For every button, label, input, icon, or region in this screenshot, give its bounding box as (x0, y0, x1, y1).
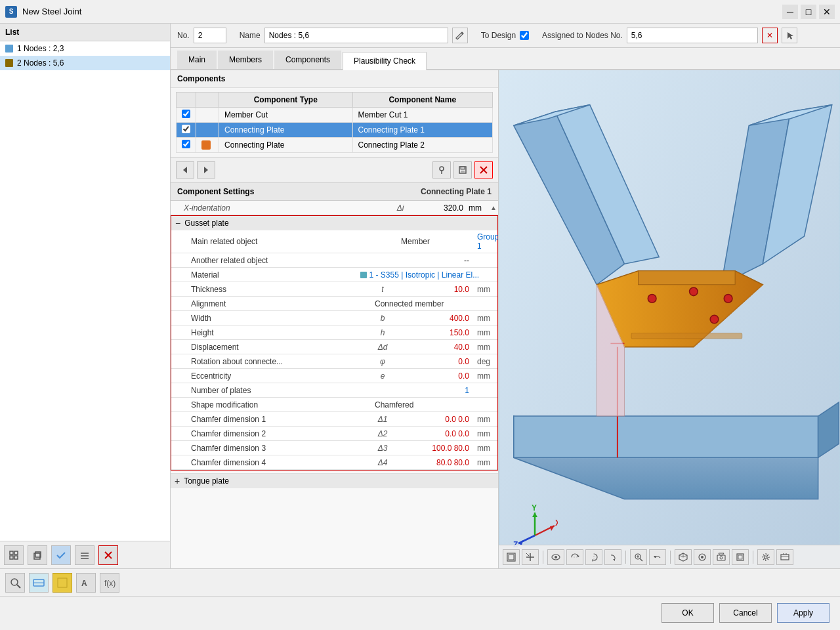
row-main-related-label: Main related object (171, 235, 369, 248)
x-indentation-scroll: ▲ (489, 204, 498, 211)
next-button[interactable] (197, 161, 215, 178)
vp-btn-select[interactable] (503, 549, 520, 565)
settings-row[interactable]: Alignment Connected member (171, 297, 497, 311)
toolbar-btn-3[interactable] (51, 545, 71, 565)
edit-button[interactable] (452, 28, 468, 43)
row2-checkbox[interactable] (182, 125, 190, 133)
component-table: Component Type Component Name Member Cut… (176, 92, 493, 153)
settings-row[interactable]: Eccentricity e 0.0 mm (171, 369, 497, 383)
settings-row[interactable]: Width b 400.0 mm (171, 311, 497, 326)
row-eccentricity-unit: mm (474, 369, 497, 383)
tab-members[interactable]: Members (218, 51, 273, 69)
row2-check[interactable] (177, 123, 196, 138)
prev-button[interactable] (176, 161, 194, 178)
vp-btn-info[interactable] (776, 549, 793, 565)
settings-row[interactable]: Thickness t 10.0 mm (171, 282, 497, 297)
tab-plausibility[interactable]: Plausibility Check (343, 52, 427, 70)
vp-btn-frame[interactable] (732, 549, 749, 565)
settings-row[interactable]: Height h 150.0 mm (171, 326, 497, 340)
table-row[interactable]: Connecting Plate Connecting Plate 2 (177, 138, 493, 153)
vp-btn-eye[interactable] (547, 549, 564, 565)
list-item-2[interactable]: 2 Nodes : 5,6 (0, 56, 170, 70)
vp-btn-render[interactable] (694, 549, 711, 565)
row1-check[interactable] (177, 108, 196, 123)
settings-row[interactable]: Chamfer dimension 4 Δ4 80.0 80.0 mm (171, 455, 497, 470)
list-item-1[interactable]: 1 Nodes : 2,3 (0, 41, 170, 56)
pin-button[interactable] (432, 161, 451, 178)
settings-row[interactable]: Rotation about connecte... φ 0.0 deg (171, 354, 497, 369)
row1-checkbox[interactable] (182, 110, 190, 118)
toolbar-btn-1[interactable] (4, 545, 24, 565)
row-displacement-unit: mm (474, 341, 497, 354)
svg-marker-54 (532, 513, 537, 517)
undo-icon (653, 553, 662, 562)
row-another-related-label: Another related object (171, 254, 369, 267)
settings-row[interactable]: Shape modification Chamfered (171, 398, 497, 412)
vp-btn-cube[interactable] (675, 549, 692, 565)
tab-components[interactable]: Components (274, 51, 341, 69)
dialog-footer: OK Cancel Apply (0, 596, 840, 629)
row-displacement-value: 40.0 (396, 341, 474, 354)
row-numplates-value[interactable]: 1 (396, 384, 474, 397)
vp-btn-undo[interactable] (649, 549, 666, 565)
status-btn-2[interactable] (29, 573, 49, 593)
row-rotation-label: Rotation about connecte... (171, 355, 369, 368)
vp-btn-camera[interactable] (713, 549, 730, 565)
settings-row[interactable]: Displacement Δd 40.0 mm (171, 340, 497, 354)
settings-row[interactable]: Material 1 - S355 | Isotropic | Linear E… (171, 268, 497, 282)
settings-row[interactable]: Chamfer dimension 1 Δ1 0.0 0.0 mm (171, 412, 497, 427)
assigned-clear-button[interactable]: ✕ (762, 28, 778, 43)
svg-text:X: X (555, 518, 558, 528)
close-button[interactable]: ✕ (819, 5, 835, 19)
row3-checkbox[interactable] (182, 140, 190, 148)
settings-row[interactable]: Another related object -- (171, 253, 497, 268)
no-input[interactable] (194, 28, 226, 43)
row-material-value-container: 1 - S355 | Isotropic | Linear El... (358, 268, 498, 282)
component-table-wrapper: Component Type Component Name Member Cut… (171, 88, 498, 157)
vp-btn-rotate-x[interactable] (566, 549, 583, 565)
steel-joint-3d (499, 70, 840, 568)
settings-row[interactable]: Chamfer dimension 3 Δ3 100.0 80.0 mm (171, 441, 497, 455)
row3-check[interactable] (177, 138, 196, 153)
delete-button[interactable] (474, 161, 493, 178)
cancel-button[interactable]: Cancel (719, 603, 772, 623)
tab-main[interactable]: Main (177, 51, 217, 69)
status-btn-4[interactable]: A (76, 573, 96, 593)
table-row[interactable]: Connecting Plate Connecting Plate 1 (177, 123, 493, 138)
assigned-input[interactable] (627, 28, 758, 43)
col-color (196, 93, 219, 108)
minimize-button[interactable]: ─ (782, 5, 798, 19)
table-row[interactable]: Member Cut Member Cut 1 (177, 108, 493, 123)
toolbar-btn-delete[interactable] (98, 545, 118, 565)
row-material-value[interactable]: 1 - S355 | Isotropic | Linear El... (369, 270, 480, 280)
row-chamfer2-value: 0.0 0.0 (396, 427, 474, 440)
row-height-symbol: h (369, 326, 396, 339)
settings-row[interactable]: Chamfer dimension 2 Δ2 0.0 0.0 mm (171, 427, 497, 441)
row-chamfer1-unit: mm (474, 413, 497, 426)
x-icon (479, 165, 488, 175)
tongue-plate-header[interactable]: + Tongue plate (171, 473, 498, 488)
assigned-edit-button[interactable] (782, 28, 797, 43)
vp-btn-rotate-z[interactable] (604, 549, 621, 565)
apply-button[interactable]: Apply (777, 603, 830, 623)
to-design-checkbox[interactable] (520, 31, 529, 40)
vp-btn-settings[interactable] (757, 549, 774, 565)
maximize-button[interactable]: □ (801, 5, 816, 19)
settings-row[interactable]: Number of plates 1 (171, 383, 497, 398)
name-input[interactable] (264, 28, 448, 43)
vp-btn-view1[interactable] (522, 549, 539, 565)
status-btn-1[interactable] (5, 573, 25, 593)
ok-button[interactable]: OK (662, 603, 714, 623)
row-main-related-extra[interactable]: Group 1 (474, 230, 497, 253)
vp-btn-zoom[interactable] (630, 549, 647, 565)
status-btn-5[interactable]: f(x) (100, 573, 119, 593)
vp-btn-rotate-y[interactable] (585, 549, 602, 565)
settings-row[interactable]: Main related object Member Group 1 (171, 230, 497, 253)
status-btn-3[interactable] (52, 573, 72, 593)
gusset-plate-header[interactable]: − Gusset plate (171, 215, 498, 230)
save-button[interactable] (453, 161, 472, 178)
toolbar-btn-2[interactable] (28, 545, 47, 565)
title-bar: S New Steel Joint ─ □ ✕ (0, 0, 840, 24)
toolbar-btn-4[interactable] (75, 545, 94, 565)
row-chamfer4-value: 80.0 80.0 (396, 456, 474, 469)
